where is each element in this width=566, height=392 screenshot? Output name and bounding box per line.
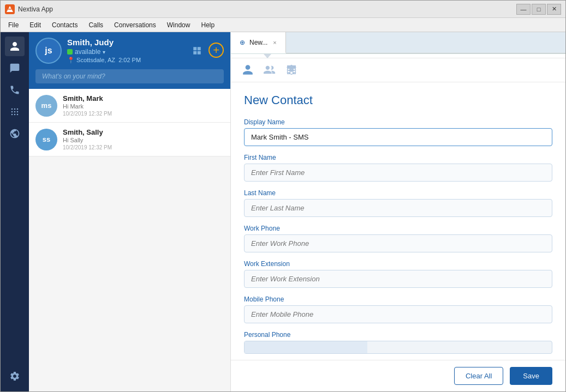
conversation-details: Smith, Sally Hi Sally 10/2/2019 12:32 PM — [63, 128, 224, 150]
contact-name: Smith, Mark — [63, 94, 224, 102]
title-bar: Nextiva App — □ ✕ — [1, 1, 565, 18]
minimize-button[interactable]: — — [516, 4, 531, 15]
sidebar-item-settings[interactable] — [5, 366, 25, 386]
sidebar-item-chat[interactable] — [5, 58, 25, 78]
header-actions: + — [189, 43, 224, 59]
app-icon — [5, 4, 15, 14]
status-chevron-icon[interactable]: ▾ — [103, 49, 105, 55]
svg-point-5 — [11, 111, 13, 113]
search-input[interactable] — [35, 69, 224, 83]
personal-phone-label: Personal Phone — [244, 331, 552, 339]
svg-rect-12 — [289, 69, 291, 71]
svg-point-6 — [14, 111, 16, 113]
tab-close-button[interactable]: × — [273, 39, 276, 46]
work-extension-input[interactable] — [244, 270, 552, 288]
menu-window[interactable]: Window — [162, 19, 196, 31]
work-extension-label: Work Extension — [244, 260, 552, 268]
menu-calls[interactable]: Calls — [83, 19, 109, 31]
svg-point-9 — [14, 114, 16, 116]
first-name-group: First Name — [244, 154, 552, 182]
app-window: Nextiva App — □ ✕ File Edit Contacts Cal… — [0, 0, 566, 392]
display-name-label: Display Name — [244, 118, 552, 126]
menu-edit[interactable]: Edit — [24, 19, 46, 31]
message-preview: Hi Mark — [63, 103, 224, 110]
svg-rect-14 — [288, 66, 296, 69]
avatar: js — [35, 38, 62, 64]
status-label: available — [75, 48, 100, 56]
personal-phone-group: Personal Phone — [244, 331, 552, 354]
contact-name: Smith, Sally — [63, 128, 224, 136]
maximize-button[interactable]: □ — [532, 4, 546, 15]
tab-plus-icon: ⊕ — [240, 39, 245, 46]
work-extension-group: Work Extension — [244, 260, 552, 288]
message-preview: Hi Sally — [63, 137, 224, 143]
avatar: ms — [35, 95, 57, 117]
display-name-input[interactable] — [244, 128, 552, 146]
tab-bar: ⊕ New... × — [231, 32, 565, 54]
user-header: js Smith, Judy available ▾ 📍 Scottsdale,… — [29, 32, 230, 69]
left-sidebar — [1, 32, 29, 391]
last-name-group: Last Name — [244, 189, 552, 217]
message-time: 10/2/2019 12:32 PM — [63, 144, 224, 150]
form-area: New Contact Display Name First Name Last… — [231, 82, 565, 360]
form-title: New Contact — [244, 93, 552, 107]
menu-contacts[interactable]: Contacts — [46, 19, 83, 31]
conversation-list: ms Smith, Mark Hi Mark 10/2/2019 12:32 P… — [29, 89, 230, 391]
svg-point-8 — [11, 114, 13, 116]
work-phone-group: Work Phone — [244, 225, 552, 252]
svg-point-4 — [17, 108, 19, 110]
company-contact-icon[interactable] — [285, 64, 297, 79]
user-status: available ▾ — [67, 48, 183, 56]
tab-empty-area — [286, 32, 565, 53]
group-contact-icon[interactable] — [263, 64, 277, 79]
save-button[interactable]: Save — [510, 367, 552, 385]
user-name: Smith, Judy — [67, 38, 183, 47]
sidebar-item-dialpad[interactable] — [5, 102, 25, 122]
menu-help[interactable]: Help — [195, 19, 220, 31]
message-time: 10/2/2019 12:32 PM — [63, 111, 224, 117]
avatar: ss — [35, 129, 57, 150]
status-indicator — [67, 49, 73, 55]
svg-rect-16 — [290, 72, 293, 74]
add-contact-button[interactable]: + — [208, 43, 224, 58]
clear-all-button[interactable]: Clear All — [454, 367, 503, 385]
user-location: 📍 Scottsdale, AZ 2:02 PM — [67, 57, 183, 64]
user-info: Smith, Judy available ▾ 📍 Scottsdale, AZ… — [67, 38, 183, 64]
tab-label: New... — [249, 39, 267, 46]
svg-rect-1 — [8, 9, 11, 10]
menu-bar: File Edit Contacts Calls Conversations W… — [1, 18, 565, 32]
new-contact-tab[interactable]: ⊕ New... × — [231, 32, 286, 53]
work-phone-input[interactable] — [244, 234, 552, 252]
svg-point-2 — [11, 108, 13, 110]
contact-type-bar — [231, 58, 565, 82]
single-contact-icon[interactable] — [242, 64, 254, 79]
left-panel: js Smith, Judy available ▾ 📍 Scottsdale,… — [29, 32, 231, 391]
conversation-details: Smith, Mark Hi Mark 10/2/2019 12:32 PM — [63, 94, 224, 117]
grid-view-button[interactable] — [189, 43, 205, 59]
menu-conversations[interactable]: Conversations — [109, 19, 162, 31]
menu-file[interactable]: File — [3, 19, 24, 31]
first-name-input[interactable] — [244, 164, 552, 182]
work-phone-label: Work Phone — [244, 225, 552, 232]
svg-point-3 — [14, 108, 16, 110]
svg-point-7 — [17, 111, 19, 113]
mobile-phone-group: Mobile Phone — [244, 295, 552, 323]
mobile-phone-input[interactable] — [244, 305, 552, 323]
first-name-label: First Name — [244, 154, 552, 161]
last-name-input[interactable] — [244, 199, 552, 217]
sidebar-item-contacts[interactable] — [5, 37, 25, 56]
display-name-group: Display Name — [244, 118, 552, 146]
close-button[interactable]: ✕ — [547, 4, 561, 15]
app-title: Nextiva App — [18, 5, 516, 13]
sidebar-item-phone[interactable] — [5, 80, 25, 100]
conversation-item-sally[interactable]: ss Smith, Sally Hi Sally 10/2/2019 12:32… — [29, 123, 230, 156]
svg-point-10 — [17, 114, 19, 116]
right-panel: ⊕ New... × — [231, 32, 565, 391]
sidebar-item-globe[interactable] — [5, 124, 25, 143]
main-content: js Smith, Judy available ▾ 📍 Scottsdale,… — [1, 32, 565, 391]
conversation-item-mark[interactable]: ms Smith, Mark Hi Mark 10/2/2019 12:32 P… — [29, 89, 230, 123]
search-bar — [29, 69, 230, 89]
mobile-phone-label: Mobile Phone — [244, 295, 552, 303]
svg-rect-13 — [292, 69, 294, 71]
last-name-label: Last Name — [244, 189, 552, 197]
